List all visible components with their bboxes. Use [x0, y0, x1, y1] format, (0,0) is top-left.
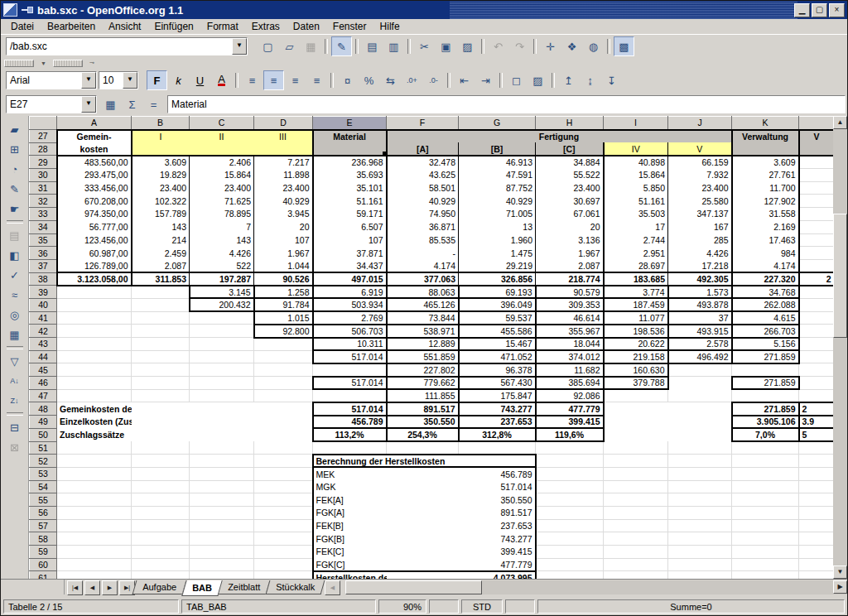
- cell[interactable]: [799, 455, 834, 468]
- undo-icon[interactable]: ↶: [488, 36, 508, 56]
- previous-sheet-button[interactable]: ◀: [84, 580, 100, 595]
- sheet-tab-aufgabe[interactable]: Aufgabe: [132, 580, 187, 594]
- cell[interactable]: 492.305: [668, 272, 732, 286]
- row-header-41[interactable]: 41: [30, 311, 57, 325]
- row-header-36[interactable]: 36: [30, 247, 57, 260]
- cell[interactable]: 13: [459, 220, 536, 233]
- align-justified-icon[interactable]: ≡: [306, 70, 327, 90]
- row-header-42[interactable]: 42: [30, 325, 57, 338]
- cell[interactable]: [57, 571, 132, 579]
- cell[interactable]: 2.769: [313, 311, 387, 325]
- autofilter-icon[interactable]: ▽: [4, 351, 26, 371]
- menu-fenster[interactable]: Fenster: [326, 20, 373, 33]
- cell[interactable]: [799, 363, 834, 377]
- cell[interactable]: 7.217: [254, 156, 313, 169]
- row-header-40[interactable]: 40: [30, 298, 57, 311]
- cell[interactable]: [190, 325, 254, 338]
- cell[interactable]: 974.350,00: [57, 208, 132, 221]
- cell[interactable]: FEK[A]: [313, 493, 387, 507]
- row-header-49[interactable]: 49: [30, 416, 57, 429]
- cell[interactable]: [A]: [387, 142, 459, 156]
- cell[interactable]: [190, 506, 254, 519]
- navigator-icon[interactable]: ✛: [540, 36, 561, 56]
- cell[interactable]: IV: [604, 142, 668, 156]
- row-header-32[interactable]: 32: [30, 195, 57, 208]
- cell[interactable]: 90.579: [536, 286, 604, 299]
- column-header-F[interactable]: F: [387, 117, 459, 130]
- close-button[interactable]: ×: [829, 3, 845, 17]
- cell[interactable]: [668, 363, 732, 377]
- vertical-scroll-thumb[interactable]: [833, 214, 847, 338]
- cell[interactable]: [604, 532, 668, 546]
- pin-icon[interactable]: ⊸: [89, 60, 94, 66]
- cell[interactable]: 4.426: [668, 247, 732, 260]
- draw-functions-icon[interactable]: ✎: [4, 179, 26, 199]
- cell[interactable]: [668, 467, 732, 480]
- cell[interactable]: 984: [732, 247, 799, 260]
- cell[interactable]: 891.517: [387, 402, 459, 416]
- cell[interactable]: Material: [313, 130, 387, 143]
- cell[interactable]: [799, 181, 834, 195]
- spellcheck-icon[interactable]: ✓: [4, 265, 26, 285]
- cell[interactable]: [132, 142, 190, 156]
- column-header-partial[interactable]: [799, 117, 834, 130]
- new-document-icon[interactable]: ▢: [258, 36, 278, 56]
- cell[interactable]: [190, 402, 254, 416]
- cell[interactable]: 455.586: [459, 325, 536, 338]
- tab-splitter[interactable]: [1, 580, 65, 594]
- cell[interactable]: 254,3%: [387, 428, 459, 441]
- cell[interactable]: [668, 558, 732, 571]
- cell[interactable]: 271.859: [732, 350, 799, 363]
- cell[interactable]: 377.063: [387, 272, 459, 286]
- cell[interactable]: [190, 532, 254, 546]
- cell[interactable]: [190, 389, 254, 402]
- cell[interactable]: 11.682: [536, 363, 604, 377]
- cell[interactable]: 27.761: [732, 169, 799, 182]
- cell[interactable]: 2.951: [604, 247, 668, 260]
- cell[interactable]: 293.475,00: [57, 169, 132, 182]
- cell[interactable]: [254, 455, 313, 468]
- decrease-indent-icon[interactable]: ⇤: [454, 70, 475, 90]
- cell[interactable]: 40.929: [387, 195, 459, 208]
- collapse-arrow-icon[interactable]: ▼: [41, 60, 46, 66]
- cell[interactable]: 6.919: [313, 286, 387, 299]
- cell[interactable]: 483.560,00: [57, 156, 132, 169]
- cell[interactable]: [254, 558, 313, 571]
- row-header-28[interactable]: 28: [30, 142, 57, 156]
- cell[interactable]: 47.591: [459, 169, 536, 182]
- row-header-44[interactable]: 44: [30, 350, 57, 363]
- cell[interactable]: [132, 389, 190, 402]
- cell[interactable]: 551.859: [387, 350, 459, 363]
- cell[interactable]: [57, 506, 132, 519]
- cell[interactable]: [132, 506, 190, 519]
- cell[interactable]: [799, 286, 834, 299]
- cell[interactable]: [536, 558, 604, 571]
- cell[interactable]: 7,0%: [732, 428, 799, 441]
- cell[interactable]: [732, 467, 799, 480]
- cell[interactable]: [190, 428, 254, 441]
- cell[interactable]: 236.968: [313, 156, 387, 169]
- column-header-I[interactable]: I: [604, 117, 668, 130]
- cell[interactable]: [799, 389, 834, 402]
- cell[interactable]: [57, 338, 132, 351]
- font-size-combo[interactable]: 10 ▼: [99, 71, 138, 89]
- cell[interactable]: [190, 467, 254, 480]
- sheet-tab-bab[interactable]: BAB: [181, 580, 222, 596]
- row-header-45[interactable]: 45: [30, 363, 57, 377]
- cell[interactable]: [799, 441, 834, 455]
- cell[interactable]: 107: [313, 233, 387, 247]
- cell[interactable]: 2: [799, 272, 834, 286]
- cell[interactable]: V: [668, 142, 732, 156]
- cell[interactable]: 4.073.995: [387, 571, 536, 579]
- cell[interactable]: 262.088: [732, 298, 799, 311]
- cell[interactable]: [604, 441, 668, 455]
- cell[interactable]: [799, 546, 834, 559]
- cell[interactable]: [799, 169, 834, 182]
- cell[interactable]: 59.171: [313, 208, 387, 221]
- cell[interactable]: 350.550: [387, 416, 459, 429]
- cell[interactable]: 4.174: [732, 259, 799, 272]
- gallery-icon[interactable]: ❖: [561, 36, 582, 56]
- cell[interactable]: 17.463: [732, 233, 799, 247]
- cell[interactable]: 34.437: [313, 259, 387, 272]
- cell[interactable]: 143: [132, 220, 190, 233]
